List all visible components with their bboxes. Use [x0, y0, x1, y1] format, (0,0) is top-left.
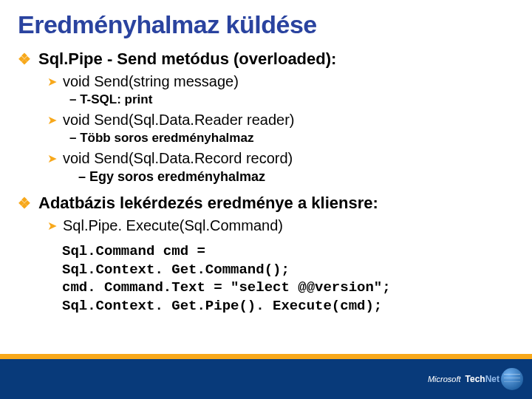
bullet-text: Adatbázis lekérdezés eredménye a kliensr… — [38, 194, 378, 213]
technet-net: Net — [485, 374, 499, 384]
code-block: Sql.Command cmd = Sql.Context. Get.Comma… — [62, 242, 514, 316]
technet-tech: Tech — [466, 374, 485, 384]
bullet-lvl1: ❖ Adatbázis lekérdezés eredménye a klien… — [18, 194, 514, 213]
slide: Eredményhalmaz küldése ❖ Sql.Pipe - Send… — [0, 0, 532, 399]
technet-logo: TechNet — [466, 368, 523, 390]
arrow-bullet-icon: ➤ — [47, 112, 57, 129]
bullet-text: void Send(string message) — [63, 73, 239, 91]
bullet-lvl3: – Több soros eredményhalmaz — [69, 131, 514, 146]
bullet-lvl1: ❖ Sql.Pipe - Send metódus (overloaded): — [18, 50, 514, 69]
microsoft-logo: Microsoft TechNet — [428, 368, 523, 390]
bullet-lvl3: – Egy soros eredményhalmaz — [78, 169, 514, 185]
globe-icon — [501, 368, 523, 390]
bullet-text: Sql.Pipe. Execute(Sql.Command) — [63, 217, 283, 235]
bullet-text: void Send(Sql.Data.Reader reader) — [63, 112, 295, 129]
bullet-lvl2: ➤ void Send(string message) — [47, 73, 514, 91]
arrow-bullet-icon: ➤ — [47, 73, 57, 91]
bullet-lvl2: ➤ Sql.Pipe. Execute(Sql.Command) — [47, 217, 514, 235]
bullet-text: void Send(Sql.Data.Record record) — [63, 150, 293, 168]
diamond-bullet-icon: ❖ — [18, 194, 31, 213]
bullet-lvl2: ➤ void Send(Sql.Data.Reader reader) — [47, 112, 514, 129]
diamond-bullet-icon: ❖ — [18, 50, 31, 69]
bullet-lvl2: ➤ void Send(Sql.Data.Record record) — [47, 150, 514, 168]
slide-title: Eredményhalmaz küldése — [18, 10, 514, 39]
arrow-bullet-icon: ➤ — [47, 217, 57, 235]
bullet-text: Sql.Pipe - Send metódus (overloaded): — [38, 50, 336, 69]
microsoft-text: Microsoft — [428, 375, 461, 383]
arrow-bullet-icon: ➤ — [47, 150, 57, 168]
technet-text: TechNet — [466, 374, 499, 384]
footer: Microsoft TechNet — [0, 359, 532, 399]
slide-body: ❖ Sql.Pipe - Send metódus (overloaded): … — [18, 50, 514, 316]
footer-accent-stripe — [0, 354, 532, 359]
bullet-lvl3: – T-SQL: print — [69, 92, 514, 107]
